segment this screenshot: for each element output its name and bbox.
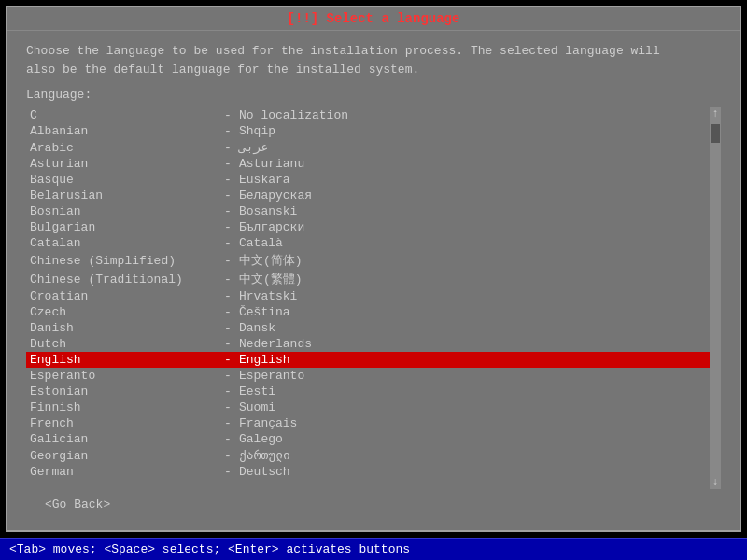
lang-name: C	[30, 108, 217, 122]
lang-native: عربى	[239, 140, 706, 155]
list-item[interactable]: Albanian-Shqip	[26, 123, 710, 139]
lang-native: Deutsch	[239, 465, 706, 479]
title-bar: [!!] Select a language	[7, 7, 740, 31]
list-item[interactable]: Esperanto-Esperanto	[26, 368, 710, 384]
list-item[interactable]: German-Deutsch	[26, 464, 710, 480]
lang-dash: -	[217, 337, 239, 351]
lang-native: Galego	[239, 432, 706, 446]
lang-name: French	[30, 416, 217, 430]
lang-name: Czech	[30, 305, 217, 319]
lang-name: Croatian	[30, 289, 217, 303]
lang-dash: -	[217, 305, 239, 319]
lang-dash: -	[217, 400, 239, 414]
lang-dash: -	[217, 157, 239, 171]
lang-native: 中文(繁體)	[239, 271, 706, 287]
lang-native: 中文(简体)	[239, 252, 706, 269]
list-item[interactable]: Georgian-ქართული	[26, 447, 710, 464]
window-title: [!!] Select a language	[288, 11, 460, 26]
lang-dash: -	[217, 254, 239, 268]
list-item[interactable]: Galician-Galego	[26, 431, 710, 447]
lang-dash: -	[217, 369, 239, 383]
lang-name: Asturian	[30, 157, 217, 171]
lang-dash: -	[217, 385, 239, 399]
list-item[interactable]: Czech-Čeština	[26, 304, 710, 320]
list-item[interactable]: Catalan-Català	[26, 235, 710, 251]
lang-dash: -	[217, 189, 239, 203]
lang-name: Finnish	[30, 400, 217, 414]
lang-name: English	[30, 353, 217, 367]
lang-name: Chinese (Traditional)	[30, 273, 217, 287]
lang-dash: -	[217, 432, 239, 446]
lang-name: Esperanto	[30, 369, 217, 383]
language-list[interactable]: C-No localizationAlbanian-ShqipArabic-عر…	[26, 107, 710, 489]
lang-dash: -	[217, 416, 239, 430]
scroll-down-icon[interactable]: ↓	[712, 476, 718, 489]
list-item[interactable]: C-No localization	[26, 107, 710, 123]
lang-dash: -	[217, 449, 239, 463]
description-line2: also be the default language for the ins…	[26, 61, 721, 79]
lang-native: Français	[239, 416, 706, 430]
lang-name: Albanian	[30, 124, 217, 138]
lang-dash: -	[217, 220, 239, 234]
list-item[interactable]: Belarusian-Беларуская	[26, 188, 710, 203]
lang-native: Bosanski	[239, 204, 706, 218]
lang-name: Arabic	[30, 141, 217, 155]
lang-native: Čeština	[239, 305, 706, 319]
list-item[interactable]: Chinese (Traditional)-中文(繁體)	[26, 270, 710, 288]
list-item[interactable]: Basque-Euskara	[26, 172, 710, 188]
language-label: Language:	[26, 88, 721, 102]
lang-dash: -	[217, 321, 239, 335]
lang-native: Nederlands	[239, 337, 706, 351]
list-item[interactable]: English-English	[26, 352, 710, 368]
list-item[interactable]: Estonian-Eesti	[26, 384, 710, 399]
list-item[interactable]: Danish-Dansk	[26, 320, 710, 336]
list-item[interactable]: Croatian-Hrvatski	[26, 288, 710, 304]
go-back-button[interactable]: <Go Back>	[45, 497, 110, 511]
lang-name: Georgian	[30, 449, 217, 463]
list-item[interactable]: Dutch-Nederlands	[26, 336, 710, 352]
lang-name: Bosnian	[30, 204, 217, 218]
lang-dash: -	[217, 353, 239, 367]
scroll-thumb[interactable]	[711, 124, 720, 143]
lang-native: Euskara	[239, 173, 706, 187]
list-item[interactable]: Bosnian-Bosanski	[26, 203, 710, 219]
lang-dash: -	[217, 465, 239, 479]
scroll-up-icon[interactable]: ↑	[712, 107, 718, 120]
lang-name: Basque	[30, 173, 217, 187]
go-back-area: <Go Back>	[26, 489, 721, 519]
lang-native: Eesti	[239, 385, 706, 399]
lang-native: Suomi	[239, 400, 706, 414]
lang-name: Catalan	[30, 236, 217, 250]
lang-name: Belarusian	[30, 189, 217, 203]
lang-native: Esperanto	[239, 369, 706, 383]
list-container: C-No localizationAlbanian-ShqipArabic-عر…	[26, 107, 721, 489]
description: Choose the language to be used for the i…	[26, 42, 721, 78]
lang-dash: -	[217, 108, 239, 122]
lang-name: German	[30, 465, 217, 479]
lang-dash: -	[217, 173, 239, 187]
lang-native: Shqip	[239, 124, 706, 138]
list-item[interactable]: Asturian-Asturianu	[26, 156, 710, 172]
list-item[interactable]: Arabic-عربى	[26, 139, 710, 156]
lang-dash: -	[217, 141, 239, 155]
status-text: <Tab> moves; <Space> selects; <Enter> ac…	[9, 542, 410, 556]
lang-name: Dutch	[30, 337, 217, 351]
content-area: Choose the language to be used for the i…	[7, 31, 740, 530]
lang-native: No localization	[239, 108, 706, 122]
lang-name: Chinese (Simplified)	[30, 254, 217, 268]
lang-dash: -	[217, 273, 239, 287]
lang-dash: -	[217, 124, 239, 138]
list-item[interactable]: Bulgarian-Български	[26, 219, 710, 235]
lang-native: Català	[239, 236, 706, 250]
lang-native: ქართული	[239, 448, 706, 463]
main-window: [!!] Select a language Choose the langua…	[6, 6, 741, 532]
lang-name: Bulgarian	[30, 220, 217, 234]
scrollbar[interactable]: ↑ ↓	[710, 107, 721, 489]
lang-dash: -	[217, 204, 239, 218]
lang-native: English	[239, 353, 706, 367]
list-item[interactable]: Chinese (Simplified)-中文(简体)	[26, 251, 710, 270]
lang-native: Dansk	[239, 321, 706, 335]
lang-native: Asturianu	[239, 157, 706, 171]
list-item[interactable]: French-Français	[26, 415, 710, 431]
list-item[interactable]: Finnish-Suomi	[26, 399, 710, 415]
